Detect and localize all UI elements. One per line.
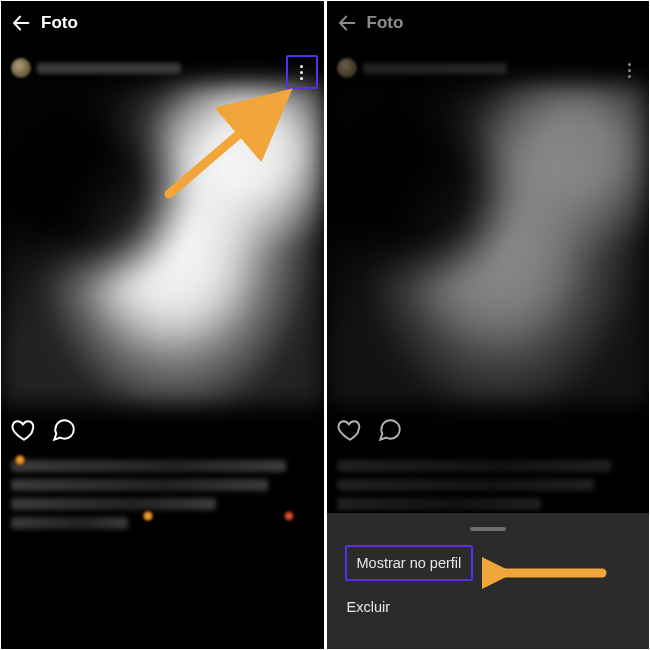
bottom-sheet: Mostrar no perfil Excluir (327, 513, 650, 649)
post-actions (337, 417, 403, 443)
sheet-drag-handle[interactable] (470, 527, 506, 531)
post-actions (11, 417, 77, 443)
more-options-button[interactable] (615, 55, 643, 85)
sheet-item-show-on-profile[interactable]: Mostrar no perfil (345, 545, 474, 581)
arrow-left-icon (336, 12, 358, 34)
comment-icon[interactable] (377, 417, 403, 443)
screenshot-step-2: Foto Mostrar no perfil Excluir (327, 1, 650, 649)
kebab-icon (300, 63, 303, 81)
page-title: Foto (41, 13, 78, 33)
more-options-button[interactable] (286, 55, 318, 89)
post-author-row[interactable] (11, 57, 181, 79)
post-photo[interactable] (1, 83, 324, 405)
back-button[interactable] (327, 1, 367, 45)
kebab-icon (628, 61, 631, 79)
avatar (337, 58, 357, 78)
post-caption-blurred (337, 453, 630, 517)
header-bar: Foto (327, 1, 650, 45)
post-caption-blurred (11, 453, 304, 536)
post-author-row[interactable] (337, 57, 507, 79)
arrow-left-icon (10, 12, 32, 34)
author-name-blurred (363, 63, 507, 74)
page-title: Foto (367, 13, 404, 33)
header-bar: Foto (1, 1, 324, 45)
sheet-item-delete[interactable]: Excluir (345, 587, 632, 627)
post-photo[interactable] (327, 83, 650, 405)
comment-icon[interactable] (51, 417, 77, 443)
screenshot-step-1: Foto (1, 1, 324, 649)
like-icon[interactable] (337, 417, 363, 443)
back-button[interactable] (1, 1, 41, 45)
like-icon[interactable] (11, 417, 37, 443)
author-name-blurred (37, 63, 181, 74)
avatar (11, 58, 31, 78)
